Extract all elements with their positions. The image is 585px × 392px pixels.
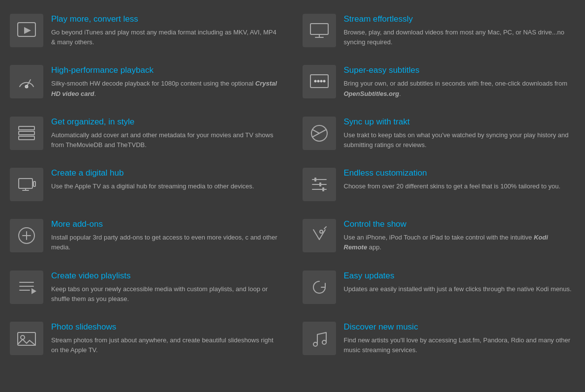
svg-point-43: [322, 340, 326, 344]
feature-item-stream-effortlessly: Stream effortlesslyBrowse, play, and dow…: [293, 5, 585, 56]
feature-desc-high-performance: Silky-smooth HW decode playback for 1080…: [51, 79, 281, 98]
subtitles-icon: [303, 65, 336, 98]
svg-marker-39: [31, 288, 36, 294]
feature-text-photo-slideshows: Photo slideshowsStream photos from just …: [51, 322, 281, 355]
play-icon: [10, 14, 43, 47]
feature-desc-play-more: Go beyond iTunes and play most any media…: [51, 28, 281, 47]
feature-item-video-playlists: Create video playlistsKeep tabs on your …: [0, 262, 293, 313]
feature-title-get-organized: Get organized, in style: [51, 117, 281, 127]
svg-line-17: [319, 130, 326, 133]
feature-text-play-more: Play more, convert lessGo beyond iTunes …: [51, 14, 281, 47]
feature-text-stream-effortlessly: Stream effortlesslyBrowse, play, and dow…: [344, 14, 574, 47]
svg-point-42: [313, 342, 317, 346]
feature-text-get-organized: Get organized, in styleAutomatically add…: [51, 117, 281, 150]
sliders-icon: [303, 168, 336, 201]
svg-rect-13: [19, 131, 34, 135]
svg-point-34: [320, 230, 323, 233]
feature-desc-endless-customization: Choose from over 20 different skins to g…: [344, 181, 574, 191]
feature-text-discover-music: Discover new musicFind new artists you'l…: [344, 322, 574, 355]
svg-rect-27: [319, 182, 321, 186]
feature-text-endless-customization: Endless customizationChoose from over 20…: [344, 168, 574, 191]
stream-icon: [303, 14, 336, 47]
feature-text-high-performance: High-performance playbackSilky-smooth HW…: [51, 65, 281, 98]
feature-text-super-easy-subtitles: Super-easy subtitlesBring your own, or a…: [344, 65, 574, 98]
svg-point-11: [323, 81, 325, 82]
svg-rect-19: [19, 179, 32, 188]
feature-title-super-easy-subtitles: Super-easy subtitles: [344, 65, 574, 76]
updates-icon: [303, 271, 336, 304]
svg-point-9: [317, 81, 319, 82]
feature-title-control-show: Control the show: [344, 219, 574, 230]
feature-item-high-performance: High-performance playbackSilky-smooth HW…: [0, 56, 293, 107]
features-grid: Play more, convert lessGo beyond iTunes …: [0, 0, 585, 369]
feature-text-video-playlists: Create video playlistsKeep tabs on your …: [51, 271, 281, 304]
feature-item-play-more: Play more, convert lessGo beyond iTunes …: [0, 5, 293, 56]
gauge-icon: [10, 65, 43, 98]
feature-item-digital-hub: Create a digital hubUse the Apple TV as …: [0, 159, 293, 210]
feature-title-more-addons: More add-ons: [51, 219, 281, 230]
feature-text-control-show: Control the showUse an iPhone, iPod Touc…: [344, 219, 574, 252]
svg-marker-1: [24, 27, 31, 34]
feature-title-discover-music: Discover new music: [344, 322, 574, 332]
feature-text-sync-trakt: Sync up with traktUse trakt to keep tabs…: [344, 117, 574, 150]
feature-item-endless-customization: Endless customizationChoose from over 20…: [293, 159, 585, 210]
feature-text-more-addons: More add-onsInstall popular 3rd party ad…: [51, 219, 281, 252]
svg-rect-2: [310, 24, 328, 34]
svg-line-16: [313, 130, 319, 133]
feature-text-easy-updates: Easy updatesUpdates are easily installed…: [344, 271, 574, 294]
feature-title-endless-customization: Endless customization: [344, 168, 574, 179]
svg-line-18: [313, 133, 319, 137]
feature-item-more-addons: More add-onsInstall popular 3rd party ad…: [0, 210, 293, 261]
playlist-icon: [10, 271, 43, 304]
feature-title-photo-slideshows: Photo slideshows: [51, 322, 281, 332]
feature-desc-control-show: Use an iPhone, iPod Touch or iPad to tak…: [344, 233, 574, 252]
feature-title-high-performance: High-performance playback: [51, 65, 281, 76]
trakt-icon: [303, 117, 336, 150]
feature-item-sync-trakt: Sync up with traktUse trakt to keep tabs…: [293, 108, 585, 159]
feature-item-control-show: Control the showUse an iPhone, iPod Touc…: [293, 210, 585, 261]
feature-title-play-more: Play more, convert less: [51, 14, 281, 25]
photo-icon: [10, 322, 43, 355]
feature-desc-easy-updates: Updates are easily installed with just a…: [344, 284, 574, 294]
svg-line-32: [313, 230, 319, 240]
feature-title-digital-hub: Create a digital hub: [51, 168, 281, 179]
feature-desc-get-organized: Automatically add cover art and other me…: [51, 130, 281, 150]
hub-icon: [10, 168, 43, 201]
feature-desc-video-playlists: Keep tabs on your newly accessible media…: [51, 284, 281, 304]
svg-rect-26: [314, 178, 316, 181]
feature-item-easy-updates: Easy updatesUpdates are easily installed…: [293, 262, 585, 313]
feature-desc-stream-effortlessly: Browse, play, and download videos from m…: [344, 28, 574, 47]
svg-point-41: [21, 335, 25, 339]
feature-desc-photo-slideshows: Stream photos from just about anywhere, …: [51, 335, 281, 355]
svg-rect-20: [33, 181, 35, 186]
music-icon: [303, 322, 336, 355]
feature-title-video-playlists: Create video playlists: [51, 271, 281, 281]
feature-desc-digital-hub: Use the Apple TV as a digitial hub for s…: [51, 181, 281, 191]
feature-desc-more-addons: Install popular 3rd party add-ons to get…: [51, 233, 281, 252]
control-icon: [303, 219, 336, 252]
svg-point-10: [320, 81, 322, 82]
feature-desc-super-easy-subtitles: Bring your own, or add subtitles in seco…: [344, 79, 574, 98]
feature-item-get-organized: Get organized, in styleAutomatically add…: [0, 108, 293, 159]
feature-text-digital-hub: Create a digital hubUse the Apple TV as …: [51, 168, 281, 191]
svg-rect-12: [19, 126, 34, 130]
feature-title-sync-trakt: Sync up with trakt: [344, 117, 574, 127]
addons-icon: [10, 219, 43, 252]
feature-item-photo-slideshows: Photo slideshowsStream photos from just …: [0, 313, 293, 364]
svg-line-35: [324, 227, 326, 229]
feature-item-super-easy-subtitles: Super-easy subtitlesBring your own, or a…: [293, 56, 585, 107]
feature-title-stream-effortlessly: Stream effortlessly: [344, 14, 574, 25]
feature-title-easy-updates: Easy updates: [344, 271, 574, 281]
feature-desc-discover-music: Find new artists you'll love by accessin…: [344, 335, 574, 355]
svg-point-8: [314, 81, 316, 82]
feature-desc-sync-trakt: Use trakt to keep tabs on what you've wa…: [344, 130, 574, 150]
organized-icon: [10, 117, 43, 150]
svg-point-6: [26, 86, 28, 88]
svg-rect-14: [19, 136, 34, 140]
feature-item-discover-music: Discover new musicFind new artists you'l…: [293, 313, 585, 364]
svg-rect-28: [322, 187, 324, 191]
